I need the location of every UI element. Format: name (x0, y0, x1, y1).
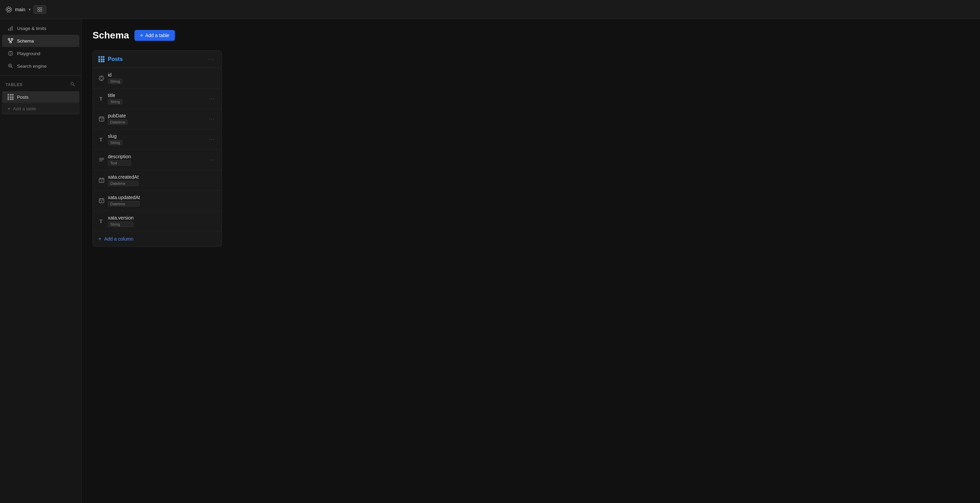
field-row: pubDate Datetime ··· (93, 109, 221, 129)
svg-rect-40 (99, 178, 104, 182)
field-row: T title String ··· (93, 89, 221, 109)
tables-label: Tables (5, 82, 23, 87)
field-info: xata.createdAt Datetime (108, 174, 138, 186)
field-info: slug String (108, 134, 123, 145)
field-type-badge: Datetime (108, 119, 127, 125)
sidebar-item-label: Playground (17, 51, 40, 56)
schema-card: Posts ··· id (92, 50, 222, 247)
field-left: id String (98, 72, 123, 84)
sidebar-item-label: Usage & limits (17, 26, 46, 31)
field-info: pubDate Datetime (108, 113, 127, 125)
field-menu-icon[interactable]: ··· (208, 136, 216, 143)
sidebar-tables-section: Tables Posts (0, 76, 81, 119)
layout: Usage & limits Schema (0, 19, 980, 503)
field-row: T xata.version String (93, 211, 221, 231)
datetime-icon (98, 177, 105, 183)
field-left: pubDate Datetime (98, 113, 127, 125)
svg-rect-31 (99, 117, 104, 121)
add-table-label: Add a table (13, 106, 36, 111)
svg-rect-8 (11, 26, 13, 31)
field-left: T slug String (98, 134, 123, 145)
brand-logo[interactable]: main ▾ (5, 6, 30, 13)
field-name: slug (108, 134, 123, 139)
field-info: xata.updatedAt Datetime (108, 195, 140, 207)
svg-text:T: T (99, 137, 103, 142)
schema-icon (8, 38, 14, 44)
tables-search-icon[interactable] (69, 81, 76, 89)
card-title-group: Posts (98, 56, 123, 62)
add-table-button[interactable]: + Add a table (134, 30, 175, 41)
id-icon (98, 75, 105, 81)
workspace-button[interactable] (33, 5, 46, 14)
field-row: description Text ··· (93, 150, 221, 170)
add-table-btn-label: Add a table (145, 33, 169, 38)
field-type-badge: String (108, 221, 134, 227)
brand-name: main (15, 7, 25, 12)
field-left: T title String (98, 92, 123, 105)
svg-rect-45 (99, 199, 104, 203)
field-left: description Text (98, 154, 131, 166)
svg-text:T: T (99, 219, 103, 224)
svg-rect-3 (40, 8, 42, 9)
svg-rect-10 (11, 38, 13, 40)
sidebar: Usage & limits Schema (0, 19, 82, 503)
svg-rect-9 (8, 38, 10, 40)
sidebar-add-table-button[interactable]: ▾ Add a table (2, 103, 79, 115)
field-type-badge: String (108, 99, 123, 105)
field-menu-icon[interactable]: ··· (208, 156, 216, 164)
svg-point-35 (101, 119, 102, 120)
sidebar-item-label: Search engine (17, 64, 47, 69)
svg-point-0 (8, 8, 10, 11)
card-title: Posts (108, 56, 123, 62)
brand-chevron-icon: ▾ (29, 7, 30, 12)
field-menu-icon[interactable]: ··· (208, 115, 216, 123)
field-type-badge: Datetime (108, 201, 140, 207)
chevron-down-icon: ▾ (8, 106, 10, 111)
add-column-label: Add a column (104, 236, 134, 242)
field-row: T slug String ··· (93, 129, 221, 150)
field-name: xata.updatedAt (108, 195, 140, 200)
svg-rect-4 (38, 10, 40, 11)
field-type-badge: Text (108, 160, 131, 166)
sidebar-table-posts[interactable]: Posts (2, 91, 79, 103)
sidebar-item-label: Schema (17, 38, 34, 43)
field-row: xata.updatedAt Datetime (93, 191, 221, 211)
svg-line-25 (73, 85, 75, 86)
svg-rect-5 (40, 10, 42, 11)
svg-point-49 (101, 201, 102, 202)
text-area-icon (98, 157, 105, 163)
card-menu-icon[interactable]: ··· (207, 56, 216, 63)
field-left: xata.updatedAt Datetime (98, 195, 140, 207)
tables-header: Tables (0, 80, 81, 90)
svg-rect-7 (10, 27, 11, 31)
field-type-badge: Datetime (108, 181, 138, 186)
sidebar-item-search-engine[interactable]: Search engine (2, 60, 79, 72)
field-info: description Text (108, 154, 131, 166)
svg-line-21 (11, 67, 13, 68)
add-column-button[interactable]: + Add a column (93, 231, 221, 247)
sidebar-item-usage[interactable]: Usage & limits (2, 22, 79, 34)
field-menu-icon[interactable]: ··· (208, 95, 216, 102)
svg-point-1 (6, 7, 11, 12)
svg-rect-6 (8, 29, 9, 31)
field-name: title (108, 92, 123, 98)
text-icon: T (98, 96, 105, 102)
svg-text:T: T (99, 96, 103, 102)
svg-point-17 (10, 53, 11, 54)
svg-point-27 (100, 77, 103, 79)
sidebar-item-playground[interactable]: Playground (2, 47, 79, 60)
field-info: id String (108, 72, 123, 84)
field-row: id String (93, 68, 221, 89)
field-name: pubDate (108, 113, 127, 118)
playground-icon (8, 50, 14, 56)
field-type-badge: String (108, 79, 123, 84)
field-name: xata.version (108, 215, 134, 221)
topbar: main ▾ (0, 0, 980, 19)
card-header: Posts ··· (93, 51, 221, 68)
datetime-icon (98, 198, 105, 204)
field-row: xata.createdAt Datetime (93, 170, 221, 191)
page-header: Schema + Add a table (92, 30, 969, 41)
plus-icon: + (140, 33, 143, 38)
svg-rect-11 (10, 41, 11, 43)
sidebar-item-schema[interactable]: Schema (2, 35, 79, 47)
